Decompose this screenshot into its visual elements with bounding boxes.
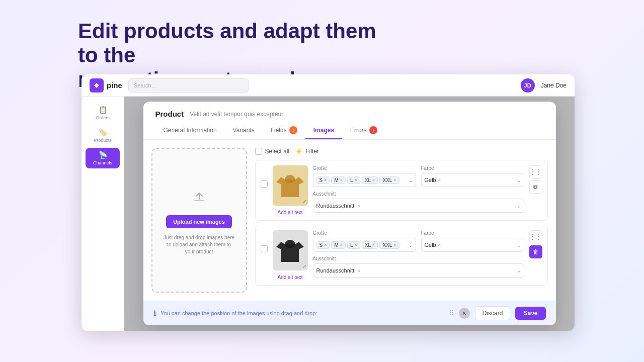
ausschnitt-control-2[interactable]: Rundausschnitt × ⌄ [313, 263, 524, 278]
expand-icon-1: ⤢ [302, 199, 306, 204]
upload-area: Upload new images Just drag and drop ima… [151, 148, 247, 293]
size-xxl-2[interactable]: XXL × [379, 241, 399, 249]
ausschnitt-label-1: Ausschnitt [313, 191, 524, 197]
grosse-label-1: Größe [313, 165, 416, 171]
filter-icon: ⚡ [295, 148, 303, 155]
sidebar-label-orders: Orders [96, 115, 110, 120]
main-content: Product Velit ad velit tempor quis excep… [124, 97, 575, 331]
fields-badge: ! [289, 126, 297, 134]
upload-hint: Just drag and drop images here to upload… [163, 234, 236, 255]
ausschnitt-field-2: Ausschnitt Rundausschnitt × ⌄ [313, 256, 524, 278]
tab-general[interactable]: General Information [155, 122, 225, 139]
size-l-2[interactable]: L × [347, 241, 360, 249]
grosse-control-2[interactable]: S × M × L × XL × XXL × ⌄ [313, 238, 416, 252]
logo-text: pine [107, 81, 122, 89]
logo: pine [90, 78, 122, 93]
logo-icon [90, 78, 104, 93]
farbe-label-1: Farbe [421, 165, 524, 171]
card-fields-2: Größe S × M × L × XL × XXL × ⌄ [313, 230, 524, 278]
modal: Product Velit ad velit tempor quis excep… [143, 102, 556, 325]
card-checkbox-1[interactable] [261, 180, 268, 188]
search-bar[interactable]: Search... [128, 78, 249, 93]
tab-images[interactable]: Images [305, 122, 342, 139]
ausschnitt-control-1[interactable]: Rundausschnitt × ⌄ [313, 199, 524, 213]
size-s-2[interactable]: S × [316, 241, 330, 249]
size-m-1[interactable]: M × [331, 176, 346, 184]
image-card-1: ⤢ Add alt text Größe S × [255, 160, 548, 221]
grosse-field-2: Größe S × M × L × XL × XXL × ⌄ [313, 230, 416, 252]
tab-fields[interactable]: Fields ! [263, 122, 305, 139]
svg-point-0 [96, 84, 98, 86]
field-row-2-bottom: Ausschnitt Rundausschnitt × ⌄ [313, 256, 524, 278]
field-row-1-bottom: Ausschnitt Rundausschnitt × ⌄ [313, 191, 524, 213]
sidebar-label-channels: Channels [93, 160, 112, 165]
ausschnitt-field-1: Ausschnitt Rundausschnitt × ⌄ [313, 191, 524, 213]
more-options-button-1[interactable]: ⋮⋮ [529, 165, 542, 178]
upload-icon [189, 185, 209, 209]
modal-footer: ℹ You can change the position of the ima… [143, 301, 556, 325]
size-xxl-1[interactable]: XXL × [379, 176, 399, 184]
ausschnitt-arrow-2: ⌄ [517, 268, 521, 274]
card-actions-1: ⋮⋮ ⧉ [529, 165, 542, 194]
top-bar: pine Search... JD Jane Doe [82, 74, 575, 97]
channels-icon: 📡 [99, 151, 107, 159]
sidebar-item-channels[interactable]: 📡 Channels [86, 148, 120, 168]
image-thumb-1: ⤢ [273, 165, 308, 206]
delete-button-2[interactable]: 🗑 [529, 245, 542, 258]
ausschnitt-label-2: Ausschnitt [313, 256, 524, 261]
discard-button[interactable]: Discard [475, 306, 511, 320]
modal-overlay: Product Velit ad velit tempor quis excep… [124, 97, 575, 331]
tab-errors[interactable]: Errors ! [342, 122, 385, 139]
errors-badge: ! [369, 126, 377, 134]
copy-button-1[interactable]: ⧉ [529, 180, 542, 194]
grosse-arrow-2: ⌄ [409, 242, 413, 248]
app-window: pine Search... JD Jane Doe 📋 Orders 🏷️ P… [82, 74, 575, 331]
size-m-2[interactable]: M × [331, 241, 346, 249]
size-xl-2[interactable]: XL × [362, 241, 378, 249]
card-checkbox-2[interactable] [261, 245, 268, 252]
size-l-1[interactable]: L × [347, 176, 360, 184]
modal-body: Upload new images Just drag and drop ima… [143, 140, 556, 301]
filter-button[interactable]: ⚡ Filter [295, 148, 319, 155]
tab-variants[interactable]: Variants [225, 122, 263, 139]
size-xl-1[interactable]: XL × [362, 176, 378, 184]
select-all-button[interactable]: Select all [255, 148, 290, 155]
farbe-arrow-1: ⌄ [517, 177, 521, 183]
close-footer-button[interactable]: ✕ [459, 308, 470, 319]
field-row-1-top: Größe S × M × L × XL × XXL × ⌄ [313, 165, 524, 187]
more-options-button-2[interactable]: ⋮⋮ [529, 230, 542, 243]
save-button[interactable]: Save [515, 307, 545, 320]
farbe-value-2: Gelb × [425, 242, 441, 248]
modal-header: Product Velit ad velit tempor quis excep… [143, 102, 556, 118]
grosse-arrow-1: ⌄ [409, 177, 413, 183]
ausschnitt-value-2: Rundausschnitt × [316, 267, 361, 274]
grosse-field-1: Größe S × M × L × XL × XXL × ⌄ [313, 165, 416, 187]
upload-button[interactable]: Upload new images [166, 215, 232, 228]
farbe-value-1: Gelb × [425, 177, 441, 183]
svg-rect-1 [194, 200, 204, 201]
modal-subtitle: Velit ad velit tempor quis excepteur [190, 111, 283, 118]
field-row-2-top: Größe S × M × L × XL × XXL × ⌄ [313, 230, 524, 252]
add-alt-text-1[interactable]: Add alt text [277, 210, 302, 215]
farbe-control-1[interactable]: Gelb × ⌄ [421, 173, 524, 187]
image-list-toolbar: Select all ⚡ Filter [255, 148, 548, 155]
select-all-checkbox[interactable] [255, 148, 262, 155]
image-card-2: ⤢ Add alt text Größe S × [255, 225, 548, 286]
orders-icon: 📋 [99, 106, 107, 114]
image-list-area: Select all ⚡ Filter [255, 148, 548, 293]
ausschnitt-arrow-1: ⌄ [517, 203, 521, 209]
farbe-field-2: Farbe Gelb × ⌄ [421, 230, 524, 252]
grosse-control-1[interactable]: S × M × L × XL × XXL × ⌄ [313, 173, 416, 187]
ausschnitt-value-1: Rundausschnitt × [316, 203, 361, 209]
image-thumb-2: ⤢ [273, 230, 308, 270]
sidebar-item-orders[interactable]: 📋 Orders [86, 103, 120, 123]
products-icon: 🏷️ [99, 128, 107, 136]
footer-info-text: You can change the position of the image… [161, 310, 444, 316]
farbe-label-2: Farbe [421, 230, 524, 236]
farbe-control-2[interactable]: Gelb × ⌄ [421, 238, 524, 252]
sidebar-item-products[interactable]: 🏷️ Products [86, 125, 120, 146]
sidebar-label-products: Products [94, 138, 112, 143]
farbe-arrow-2: ⌄ [517, 242, 521, 248]
add-alt-text-2[interactable]: Add alt text [277, 275, 302, 280]
size-s-1[interactable]: S × [316, 176, 330, 184]
